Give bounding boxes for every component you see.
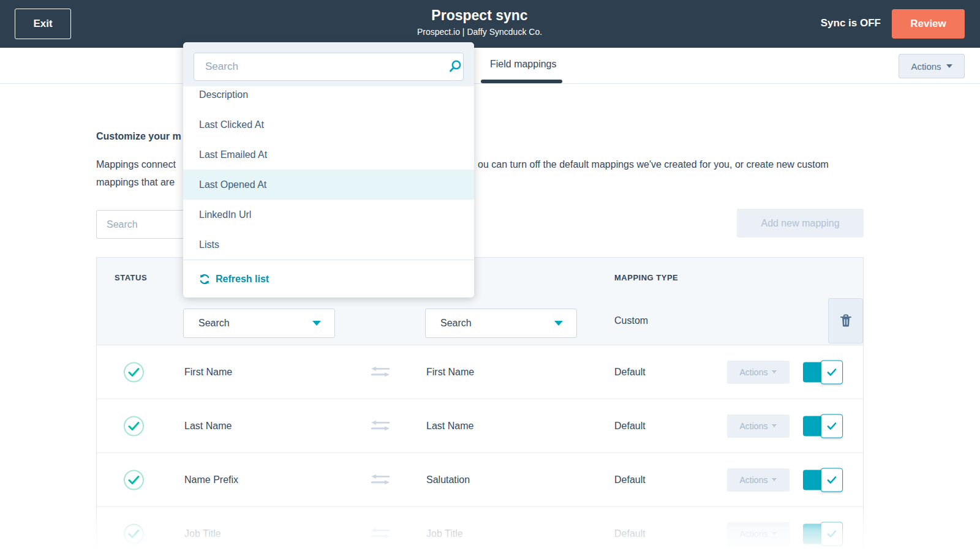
column-header-mapping-type: MAPPING TYPE bbox=[614, 273, 678, 282]
refresh-list-button[interactable]: Refresh list bbox=[183, 260, 474, 298]
prospect-sync-page: Exit Prospect sync Prospect.io | Daffy S… bbox=[0, 0, 980, 551]
header-title-block: Prospect sync Prospect.io | Daffy Syncdu… bbox=[417, 6, 542, 38]
property-option-highlighted[interactable]: Last Opened At bbox=[183, 170, 474, 200]
chevron-down-icon bbox=[772, 370, 777, 373]
status-check-icon bbox=[124, 470, 144, 490]
target-property: Last Name bbox=[426, 421, 473, 432]
status-check-icon bbox=[124, 362, 144, 382]
source-property: Last Name bbox=[184, 421, 232, 432]
property-option[interactable]: Last Clicked At bbox=[183, 110, 474, 140]
row-actions-label: Actions bbox=[740, 529, 768, 539]
row-actions-button[interactable]: Actions bbox=[727, 361, 790, 384]
toggle-knob-check-icon bbox=[821, 522, 843, 545]
intro-text-fragment-right: ou can turn off the default mappings we'… bbox=[478, 158, 829, 171]
chevron-down-icon bbox=[946, 64, 952, 68]
mapping-type: Default bbox=[614, 367, 646, 378]
search-icon bbox=[448, 59, 462, 73]
target-property: Salutation bbox=[426, 474, 470, 485]
source-property: First Name bbox=[184, 367, 232, 378]
exit-button[interactable]: Exit bbox=[15, 9, 71, 39]
target-property-select[interactable]: Search bbox=[425, 309, 577, 338]
review-button[interactable]: Review bbox=[892, 9, 965, 39]
tab-field-mappings[interactable]: Field mappings bbox=[490, 59, 557, 70]
row-actions-label: Actions bbox=[740, 475, 768, 485]
page-actions-button[interactable]: Actions bbox=[899, 54, 965, 78]
mapping-row: Job Title Job Title Default Actions bbox=[97, 507, 863, 551]
toggle-knob-check-icon bbox=[821, 414, 843, 438]
mappings-table: STATUS MAPPING TYPE Search Search Custom bbox=[96, 257, 864, 551]
source-property: Job Title bbox=[184, 528, 221, 539]
row-actions-label: Actions bbox=[740, 421, 768, 431]
target-property: First Name bbox=[426, 367, 474, 378]
target-property-select-value: Search bbox=[440, 318, 472, 329]
refresh-icon bbox=[199, 274, 210, 285]
add-new-mapping-button[interactable]: Add new mapping bbox=[737, 209, 864, 238]
mapping-toggle-on[interactable] bbox=[803, 470, 841, 490]
property-option[interactable]: Last Emailed At bbox=[183, 140, 474, 170]
dropdown-search-input[interactable] bbox=[194, 53, 464, 81]
sync-status-label: Sync is OFF bbox=[821, 17, 881, 29]
trash-icon bbox=[840, 314, 852, 328]
top-header-bar: Exit Prospect sync Prospect.io | Daffy S… bbox=[0, 0, 980, 48]
status-check-icon bbox=[124, 523, 144, 544]
chevron-down-icon bbox=[772, 424, 777, 427]
page-subtitle: Prospect.io | Daffy Syncduck Co. bbox=[417, 26, 542, 38]
column-header-status: STATUS bbox=[115, 273, 147, 282]
sync-arrows-icon bbox=[371, 474, 390, 486]
sync-arrows-icon bbox=[371, 366, 390, 378]
intro-text-fragment-left: Mappings connect bbox=[96, 158, 176, 171]
status-check-icon bbox=[124, 416, 144, 436]
toggle-knob-check-icon bbox=[821, 360, 843, 384]
source-property-select[interactable]: Search bbox=[183, 309, 335, 338]
refresh-list-label: Refresh list bbox=[216, 274, 269, 285]
property-option[interactable]: Lists bbox=[183, 230, 474, 260]
tab-bar: Field mappings Actions bbox=[0, 48, 980, 84]
target-property: Job Title bbox=[426, 528, 463, 539]
intro-text-fragment-line2: mappings that are bbox=[96, 176, 175, 189]
section-heading: Customize your m bbox=[96, 131, 181, 142]
property-list: Description Last Clicked At Last Emailed… bbox=[183, 80, 474, 260]
sync-arrows-icon bbox=[371, 420, 390, 432]
chevron-down-icon bbox=[312, 321, 321, 326]
mapping-toggle-on[interactable] bbox=[803, 523, 841, 544]
mapping-toggle-on[interactable] bbox=[803, 416, 841, 436]
source-property: Name Prefix bbox=[184, 474, 238, 485]
row-actions-button[interactable]: Actions bbox=[727, 468, 790, 492]
mapping-row: Last Name Last Name Default Actions bbox=[97, 399, 863, 453]
page-title: Prospect sync bbox=[417, 6, 542, 24]
mapping-type: Default bbox=[614, 474, 646, 485]
chevron-down-icon bbox=[772, 478, 777, 481]
mapping-toggle-on[interactable] bbox=[803, 362, 841, 382]
table-body: First Name First Name Default Actions bbox=[97, 345, 863, 551]
row-actions-label: Actions bbox=[740, 367, 768, 377]
chevron-down-icon bbox=[772, 532, 777, 535]
mapping-type: Default bbox=[614, 421, 646, 432]
active-tab-underline bbox=[481, 80, 562, 83]
row-actions-button[interactable]: Actions bbox=[727, 414, 790, 438]
source-property-select-value: Search bbox=[198, 318, 230, 329]
delete-mapping-button[interactable] bbox=[828, 298, 863, 343]
toggle-knob-check-icon bbox=[821, 468, 843, 492]
row-actions-button[interactable]: Actions bbox=[727, 522, 790, 545]
property-picker-dropdown: Description Last Clicked At Last Emailed… bbox=[183, 42, 474, 298]
table-filter-row: Search Search Custom bbox=[97, 297, 863, 345]
mapping-row: Name Prefix Salutation Default Actions bbox=[97, 453, 863, 507]
page-actions-label: Actions bbox=[911, 61, 941, 72]
mapping-type-value: Custom bbox=[614, 315, 648, 326]
chevron-down-icon bbox=[554, 321, 563, 326]
property-option[interactable]: LinkedIn Url bbox=[183, 200, 474, 230]
mapping-type: Default bbox=[614, 528, 646, 539]
dropdown-search-area bbox=[183, 42, 474, 86]
mapping-row: First Name First Name Default Actions bbox=[97, 345, 863, 399]
sync-arrows-icon bbox=[371, 528, 390, 540]
